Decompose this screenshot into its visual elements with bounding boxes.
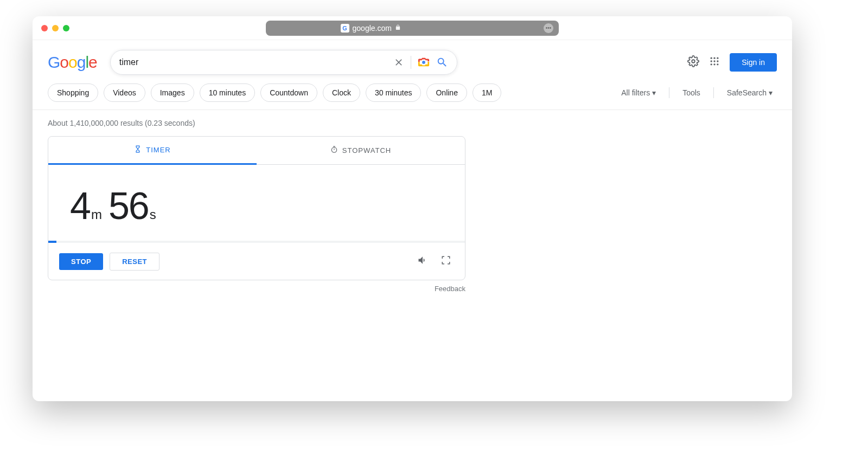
svg-point-0 bbox=[422, 61, 425, 64]
minimize-window-button[interactable] bbox=[52, 25, 59, 31]
feedback-link[interactable]: Feedback bbox=[48, 285, 465, 293]
timer-progress bbox=[48, 241, 465, 243]
svg-point-1 bbox=[692, 60, 695, 63]
svg-point-4 bbox=[717, 57, 718, 59]
tab-stopwatch[interactable]: STOPWATCH bbox=[257, 137, 465, 164]
filter-chips-row: Shopping Videos Images 10 minutes Countd… bbox=[33, 79, 792, 110]
chip-clock[interactable]: Clock bbox=[323, 83, 360, 102]
hourglass-icon bbox=[134, 145, 142, 155]
svg-point-6 bbox=[714, 60, 716, 62]
address-bar[interactable]: G google.com ••• bbox=[266, 21, 559, 36]
timer-seconds: 56 bbox=[108, 185, 149, 227]
titlebar: G google.com ••• bbox=[33, 16, 792, 40]
volume-icon[interactable] bbox=[414, 252, 431, 271]
clear-icon[interactable] bbox=[393, 57, 404, 68]
favicon-icon: G bbox=[341, 24, 349, 33]
svg-point-2 bbox=[711, 57, 712, 59]
window-controls bbox=[41, 25, 69, 31]
tools-link[interactable]: Tools bbox=[678, 88, 705, 97]
google-logo[interactable]: Google bbox=[48, 53, 97, 72]
apps-icon[interactable] bbox=[709, 56, 720, 69]
close-window-button[interactable] bbox=[41, 25, 48, 31]
chip-30-minutes[interactable]: 30 minutes bbox=[366, 83, 421, 102]
timer-progress-fill bbox=[48, 241, 56, 243]
url-domain: google.com bbox=[353, 24, 392, 33]
stopwatch-icon bbox=[330, 146, 338, 155]
reset-button[interactable]: RESET bbox=[110, 253, 159, 271]
search-icon[interactable] bbox=[436, 56, 448, 68]
timer-display[interactable]: 4m56s bbox=[48, 165, 465, 241]
separator bbox=[669, 87, 669, 98]
chip-countdown[interactable]: Countdown bbox=[260, 83, 317, 102]
minutes-unit: m bbox=[91, 207, 101, 222]
result-stats: About 1,410,000,000 results (0.23 second… bbox=[48, 119, 777, 127]
chip-online[interactable]: Online bbox=[426, 83, 467, 102]
chip-images[interactable]: Images bbox=[151, 83, 194, 102]
gear-icon[interactable] bbox=[687, 55, 699, 69]
lock-icon bbox=[395, 24, 401, 31]
timer-widget: TIMER STOPWATCH 4m56s STOP bbox=[48, 136, 465, 280]
stop-button[interactable]: STOP bbox=[59, 253, 103, 270]
search-header: Google bbox=[33, 40, 792, 79]
svg-point-9 bbox=[714, 63, 716, 65]
separator bbox=[713, 87, 714, 98]
lens-icon[interactable] bbox=[418, 56, 430, 68]
chevron-down-icon: ▾ bbox=[652, 88, 656, 97]
chip-1m[interactable]: 1M bbox=[473, 83, 501, 102]
svg-point-10 bbox=[717, 63, 718, 65]
chevron-down-icon: ▾ bbox=[769, 88, 773, 97]
svg-point-7 bbox=[717, 60, 718, 62]
svg-point-5 bbox=[711, 60, 712, 62]
seconds-unit: s bbox=[150, 207, 155, 222]
search-box[interactable] bbox=[110, 50, 457, 75]
tab-timer[interactable]: TIMER bbox=[48, 137, 257, 165]
svg-point-3 bbox=[714, 57, 716, 59]
svg-point-8 bbox=[711, 63, 712, 65]
safesearch-link[interactable]: SafeSearch ▾ bbox=[723, 88, 777, 97]
timer-minutes: 4 bbox=[70, 185, 90, 227]
separator bbox=[411, 56, 411, 69]
chip-10-minutes[interactable]: 10 minutes bbox=[200, 83, 255, 102]
chip-shopping[interactable]: Shopping bbox=[48, 83, 98, 102]
browser-window: G google.com ••• Google bbox=[33, 16, 792, 401]
sign-in-button[interactable]: Sign in bbox=[730, 53, 777, 72]
maximize-window-button[interactable] bbox=[63, 25, 69, 31]
chip-videos[interactable]: Videos bbox=[104, 83, 145, 102]
search-input[interactable] bbox=[119, 57, 387, 67]
all-filters-link[interactable]: All filters ▾ bbox=[617, 88, 660, 97]
url-more-icon[interactable]: ••• bbox=[544, 23, 553, 33]
fullscreen-icon[interactable] bbox=[438, 252, 454, 271]
